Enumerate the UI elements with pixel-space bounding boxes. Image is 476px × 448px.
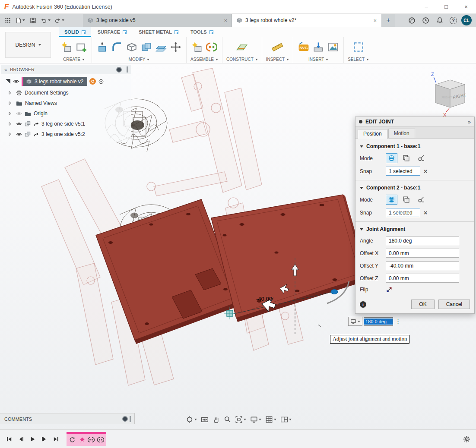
save-button[interactable]	[28, 15, 38, 26]
tab-motion[interactable]: Motion	[388, 129, 415, 138]
document-tab-active[interactable]: 3 legs robot whole v2* ×	[232, 14, 381, 27]
move-copy-button[interactable]	[169, 40, 182, 54]
more-options-icon[interactable]: ⋮	[394, 318, 402, 325]
clear-selection-button[interactable]: ×	[424, 168, 427, 175]
look-at-button[interactable]	[201, 416, 209, 423]
cancel-button[interactable]: Cancel	[438, 300, 470, 309]
mode-between-two-faces-button[interactable]	[400, 195, 412, 205]
timeline-track[interactable]	[67, 432, 106, 446]
expand-chevron-icon[interactable]	[6, 101, 13, 106]
group-label-modify[interactable]: MODIFY	[96, 56, 182, 63]
new-component-button[interactable]	[60, 40, 73, 54]
tab-position[interactable]: Position	[358, 129, 387, 139]
select-button[interactable]	[352, 40, 365, 54]
job-status-clock-icon[interactable]	[420, 15, 432, 26]
collapse-dialog-button[interactable]: »	[468, 119, 471, 125]
timeline-selected-group[interactable]	[67, 432, 106, 446]
component2-snap-field[interactable]: 1 selected	[386, 208, 420, 217]
browser-item-named-views[interactable]: Named Views	[1, 98, 131, 108]
angle-manipulator-input[interactable]: 180.0 deg	[364, 317, 393, 326]
browser-item-leg-component-1[interactable]: 3 leg one side v5:1	[1, 119, 131, 129]
mode-two-edge-intersection-button[interactable]	[415, 195, 427, 205]
notifications-bell-icon[interactable]	[434, 15, 445, 26]
file-menu-button[interactable]	[14, 15, 26, 26]
flip-button[interactable]	[386, 286, 393, 293]
zoom-button[interactable]	[224, 416, 231, 423]
browser-root-row[interactable]: 3 legs robot whole v2	[1, 76, 131, 86]
joint-button[interactable]	[205, 40, 218, 54]
ribbon-tab-tools[interactable]: TOOLS	[185, 27, 219, 37]
workspace-selector[interactable]: DESIGN	[5, 32, 51, 58]
play-button[interactable]	[29, 435, 36, 442]
create-sketch-button[interactable]	[75, 40, 88, 54]
mode-two-edge-intersection-button[interactable]	[415, 153, 427, 163]
section-component2[interactable]: Component 2 - base:1	[355, 181, 474, 193]
panel-toggle-button[interactable]	[116, 67, 122, 73]
help-icon[interactable]: ?	[447, 15, 459, 26]
expand-chevron-icon[interactable]	[6, 132, 13, 137]
comments-panel[interactable]: COMMENTS	[0, 413, 135, 424]
assemble-new-component-button[interactable]	[190, 40, 203, 54]
rotation-handle[interactable]	[331, 290, 338, 294]
shell-button[interactable]	[125, 40, 138, 54]
visibility-eye-icon[interactable]	[16, 131, 22, 137]
group-label-select[interactable]: SELECT	[348, 56, 369, 63]
offset-z-input[interactable]: 0.00 mm	[386, 274, 459, 283]
angle-input[interactable]: 180.0 deg	[386, 236, 459, 245]
panel-resize-handle[interactable]	[127, 66, 128, 73]
group-label-insert[interactable]: INSERT	[297, 56, 340, 63]
insert-svg-button[interactable]: SVG	[297, 40, 310, 54]
timeline-joint-feature-icon[interactable]	[96, 434, 105, 445]
display-settings-button[interactable]	[250, 416, 261, 423]
ribbon-tab-sheet-metal[interactable]: SHEET METAL	[133, 27, 184, 37]
ok-button[interactable]: OK	[411, 300, 434, 309]
extensions-icon[interactable]	[406, 15, 418, 26]
new-tab-button[interactable]: +	[382, 14, 395, 27]
offset-x-input[interactable]: 0.00 mm	[386, 249, 459, 258]
group-label-assemble[interactable]: ASSEMBLE	[190, 56, 218, 63]
go-to-beginning-button[interactable]	[6, 435, 13, 442]
visibility-eye-icon[interactable]	[16, 121, 22, 127]
close-tab-icon[interactable]: ×	[373, 17, 377, 24]
orbit-button[interactable]	[186, 416, 197, 423]
expand-comments-button[interactable]	[122, 416, 128, 422]
expand-chevron-icon[interactable]	[6, 111, 13, 116]
offset-y-input[interactable]: -40.00 mm	[386, 261, 459, 270]
component1-snap-field[interactable]: 1 selected	[386, 167, 420, 176]
group-label-create[interactable]: CREATE	[60, 56, 88, 63]
section-joint-alignment[interactable]: Joint Alignment	[355, 222, 474, 234]
ribbon-tab-solid[interactable]: SOLID	[59, 27, 91, 37]
expand-chevron-icon[interactable]	[6, 121, 13, 126]
measure-button[interactable]	[271, 40, 284, 54]
insert-decal-button[interactable]	[312, 40, 325, 54]
timeline-joint-feature-icon[interactable]	[86, 434, 96, 445]
collapse-panel-icon[interactable]: «	[4, 67, 7, 72]
fit-button[interactable]	[235, 416, 246, 423]
minimize-button[interactable]: –	[416, 0, 436, 13]
pan-button[interactable]	[213, 416, 220, 423]
group-label-construct[interactable]: CONSTRUCT	[226, 56, 258, 63]
viewports-button[interactable]	[280, 416, 292, 423]
visibility-eye-icon[interactable]	[16, 110, 22, 117]
panel-resize-handle[interactable]	[130, 416, 131, 422]
update-available-badge-icon[interactable]	[89, 78, 96, 85]
mode-between-two-faces-button[interactable]	[400, 153, 412, 163]
app-grid-menu-button[interactable]	[3, 15, 13, 26]
visibility-eye-icon[interactable]	[13, 78, 19, 85]
undo-button[interactable]	[39, 15, 52, 26]
mode-simple-button[interactable]	[386, 153, 397, 163]
redo-button[interactable]	[53, 15, 66, 26]
ground-target-icon[interactable]	[98, 79, 104, 85]
go-to-end-button[interactable]	[52, 435, 59, 442]
section-component1[interactable]: Component 1 - base:1	[355, 139, 474, 151]
grid-settings-button[interactable]	[265, 416, 276, 423]
timeline-revert-marker-icon[interactable]	[67, 434, 77, 445]
ribbon-tab-surface[interactable]: SURFACE	[92, 27, 133, 37]
info-icon[interactable]: i	[360, 301, 366, 308]
dialog-header[interactable]: EDIT JOINT »	[355, 117, 474, 127]
step-back-button[interactable]	[17, 435, 24, 442]
offset-face-button[interactable]	[155, 40, 168, 54]
timeline-pin-icon[interactable]	[77, 434, 86, 445]
press-pull-button[interactable]	[96, 40, 109, 54]
construct-plane-button[interactable]	[235, 40, 248, 54]
